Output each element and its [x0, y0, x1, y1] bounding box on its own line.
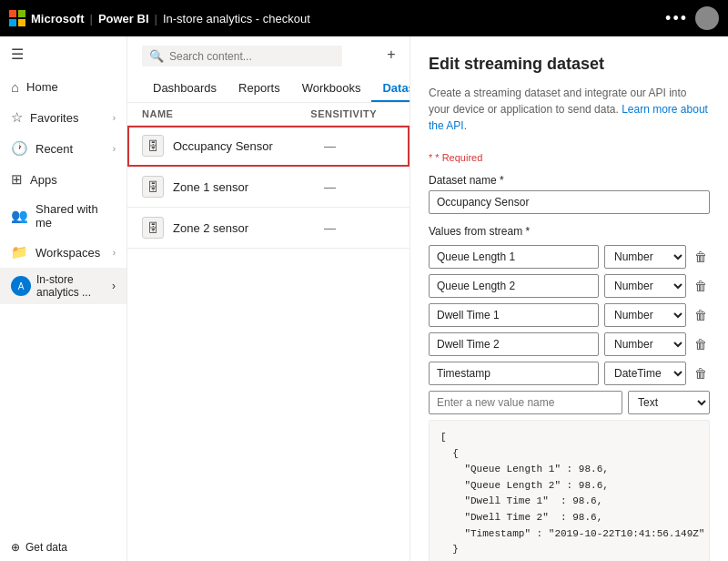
chevron-right-icon: ›	[113, 248, 116, 258]
dataset-name: Zone 1 sensor	[173, 180, 315, 194]
dataset-name: Zone 2 sensor	[173, 221, 315, 235]
new-value-type[interactable]: Text	[628, 391, 710, 414]
topbar-app-sep: |	[155, 12, 157, 26]
tabs-bar: Dashboards Reports Workbooks Datasets Da…	[142, 76, 395, 102]
stream-field-1-type[interactable]: Number	[604, 274, 686, 298]
tab-reports[interactable]: Reports	[228, 76, 291, 102]
values-label: Values from stream *	[429, 225, 710, 238]
tab-workbooks[interactable]: Workbooks	[291, 76, 372, 102]
dataset-name-label: Dataset name *	[429, 174, 710, 187]
tab-dashboards[interactable]: Dashboards	[142, 76, 228, 102]
sidebar-get-data[interactable]: ⊕ Get data	[0, 534, 126, 561]
stream-field-0-delete[interactable]: 🗑	[692, 248, 710, 266]
stream-field-0-type[interactable]: Number	[604, 245, 686, 269]
hamburger-button[interactable]: ☰	[0, 36, 126, 72]
tab-datasets[interactable]: Datasets	[371, 76, 410, 102]
stream-field-4-input[interactable]	[429, 362, 599, 385]
stream-field-1-delete[interactable]: 🗑	[692, 277, 710, 295]
sidebar: ☰ ⌂ Home ☆ Favorites › 🕐 Recent › ⊞ Apps…	[0, 36, 127, 561]
dataset-row-occupancy[interactable]: 🗄 Occupancy Sensor —	[127, 126, 410, 167]
content-header: 🔍 + Dashboards Reports Workbooks Dataset…	[127, 36, 410, 103]
edit-panel-description: Create a streaming dataset and integrate…	[429, 85, 710, 134]
dataset-icon: 🗄	[142, 176, 164, 198]
dataset-sensitivity: —	[324, 180, 395, 194]
stream-field-4-delete[interactable]: 🗑	[692, 364, 710, 382]
stream-field-3-delete[interactable]: 🗑	[692, 335, 710, 353]
stream-row-new: Text	[429, 391, 710, 414]
dataset-row-zone1[interactable]: 🗄 Zone 1 sensor —	[127, 167, 410, 208]
stream-row-1: Number 🗑	[429, 274, 710, 298]
sidebar-item-favorites[interactable]: ☆ Favorites ›	[0, 102, 126, 133]
sidebar-item-label: Recent	[35, 142, 106, 156]
required-note: * * Required	[429, 152, 710, 163]
sidebar-item-label: Home	[26, 80, 116, 94]
sidebar-item-instore[interactable]: A In-store analytics ... ›	[0, 268, 126, 304]
shared-icon: 👥	[11, 208, 28, 224]
dataset-name-input[interactable]	[429, 190, 710, 214]
edit-panel-header: Edit streaming dataset Create a streamin…	[410, 36, 728, 143]
get-data-label: Get data	[25, 541, 67, 554]
favorites-icon: ☆	[11, 109, 23, 126]
datasets-table: NAME SENSITIVITY 🗄 Occupancy Sensor — 🗄 …	[127, 103, 410, 561]
chevron-right-icon: ›	[113, 113, 116, 123]
content-area: 🔍 + Dashboards Reports Workbooks Dataset…	[127, 36, 410, 561]
dataset-sensitivity: —	[324, 221, 395, 235]
workspaces-icon: 📁	[11, 244, 28, 260]
stream-row-4: DateTime 🗑	[429, 362, 710, 385]
home-icon: ⌂	[11, 79, 19, 95]
stream-field-1-input[interactable]	[429, 274, 599, 298]
sidebar-item-workspaces[interactable]: 📁 Workspaces ›	[0, 237, 126, 268]
get-data-icon: ⊕	[11, 541, 20, 554]
topbar-right: •••	[665, 6, 719, 30]
dataset-name: Occupancy Sensor	[173, 139, 315, 153]
stream-field-3-input[interactable]	[429, 332, 599, 356]
dataset-icon: 🗄	[142, 135, 164, 157]
dataset-sensitivity: —	[324, 139, 395, 153]
sidebar-item-label: Favorites	[30, 111, 106, 125]
sidebar-item-shared[interactable]: 👥 Shared with me	[0, 195, 126, 237]
sidebar-item-label: Apps	[30, 173, 116, 187]
apps-icon: ⊞	[11, 171, 23, 188]
stream-row-2: Number 🗑	[429, 303, 710, 327]
stream-field-0-input[interactable]	[429, 245, 599, 269]
main-layout: ☰ ⌂ Home ☆ Favorites › 🕐 Recent › ⊞ Apps…	[0, 36, 728, 561]
stream-field-2-type[interactable]: Number	[604, 303, 686, 327]
json-preview: [ { "Queue Length 1" : 98.6, "Queue Leng…	[429, 420, 710, 561]
edit-panel: Edit streaming dataset Create a streamin…	[410, 36, 728, 561]
topbar-brand: Microsoft	[31, 12, 85, 26]
search-input[interactable]	[169, 50, 335, 63]
edit-panel-body: * * Required Dataset name * Values from …	[410, 143, 728, 561]
search-bar[interactable]: 🔍	[142, 46, 342, 66]
stream-field-2-delete[interactable]: 🗑	[692, 306, 710, 324]
topbar-logo: Microsoft | Power BI | In-store analytic…	[9, 10, 310, 26]
dataset-icon: 🗄	[142, 217, 164, 239]
recent-icon: 🕐	[11, 140, 28, 157]
search-icon: 🔍	[149, 49, 164, 63]
sidebar-item-home[interactable]: ⌂ Home	[0, 72, 126, 102]
sidebar-item-label: Shared with me	[35, 202, 116, 230]
workspace-avatar: A	[11, 276, 31, 296]
sidebar-item-label: In-store analytics ...	[36, 273, 106, 299]
chevron-right-icon: ›	[113, 144, 116, 154]
new-value-input[interactable]	[429, 391, 622, 414]
topbar-app-name: In-store analytics - checkout	[163, 12, 310, 26]
table-header: NAME SENSITIVITY	[127, 103, 410, 126]
col-sensitivity-header: SENSITIVITY	[310, 108, 395, 119]
topbar-powerbi: Power BI	[98, 12, 149, 26]
topbar-sep: |	[90, 12, 93, 26]
add-button[interactable]: +	[380, 44, 402, 66]
topbar: Microsoft | Power BI | In-store analytic…	[0, 0, 728, 36]
stream-field-3-type[interactable]: Number	[604, 332, 686, 356]
stream-row-0: Number 🗑	[429, 245, 710, 269]
stream-row-3: Number 🗑	[429, 332, 710, 356]
sidebar-item-recent[interactable]: 🕐 Recent ›	[0, 133, 126, 164]
dataset-row-zone2[interactable]: 🗄 Zone 2 sensor —	[127, 208, 410, 249]
stream-field-2-input[interactable]	[429, 303, 599, 327]
chevron-right-icon: ›	[112, 280, 116, 292]
sidebar-item-apps[interactable]: ⊞ Apps	[0, 164, 126, 195]
topbar-avatar[interactable]	[695, 6, 719, 30]
stream-field-4-type[interactable]: DateTime	[604, 362, 686, 385]
microsoft-logo	[9, 10, 25, 26]
topbar-more-button[interactable]: •••	[665, 9, 688, 28]
col-name-header: NAME	[142, 108, 310, 119]
